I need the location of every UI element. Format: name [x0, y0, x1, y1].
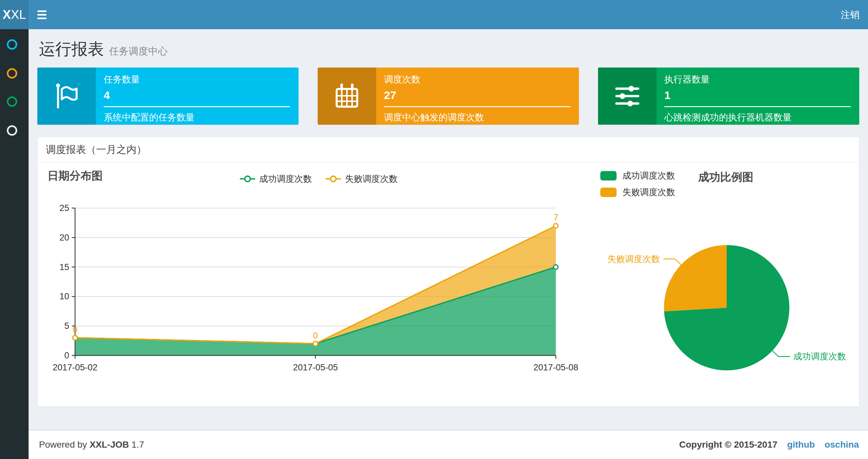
stat-description: 系统中配置的任务数量 — [104, 111, 290, 124]
stat-title: 任务数量 — [104, 73, 290, 86]
page-header: 运行报表任务调度中心 — [39, 38, 167, 60]
sidebar — [0, 29, 29, 459]
svg-text:失败调度次数: 失败调度次数 — [608, 254, 660, 264]
logo-bold-text: X — [3, 8, 11, 22]
logout-link[interactable]: 注销 — [841, 0, 860, 29]
report-panel: 调度报表（一月之内） 日期分布图 成功调度次数 失败调度次数 051015202… — [37, 137, 859, 407]
svg-text:20: 20 — [59, 233, 69, 242]
stat-value: 27 — [384, 89, 570, 102]
xxl-job-dashboard: XXL 注销 运行报表任务调度中心 — [0, 0, 868, 459]
stat-value: 4 — [104, 89, 290, 102]
circle-o-icon — [7, 125, 17, 136]
panel-header: 调度报表（一月之内） — [38, 137, 859, 163]
hamburger-icon — [37, 10, 46, 12]
oschina-link[interactable]: oschina — [825, 439, 859, 450]
svg-text:0: 0 — [64, 351, 69, 360]
stat-title: 调度次数 — [384, 73, 570, 86]
stat-title: 执行器数量 — [664, 73, 851, 86]
page-subtitle: 任务调度中心 — [109, 46, 167, 57]
svg-text:2017-05-02: 2017-05-02 — [53, 363, 97, 372]
page-footer: Powered by XXL-JOB 1.7 Copyright © 2015-… — [29, 430, 868, 459]
stat-description: 心跳检测成功的执行器机器数量 — [664, 111, 851, 124]
circle-o-icon — [7, 39, 17, 50]
success-ratio-pie-chart[interactable]: 成功调度次数失败调度次数 — [600, 163, 860, 406]
page-title: 运行报表 — [39, 40, 104, 58]
sidebar-item-report[interactable] — [0, 39, 29, 60]
sidebar-item-logs[interactable] — [0, 96, 29, 117]
brand-version: 1.7 — [131, 439, 144, 450]
stat-cards-row: 任务数量 4 系统中配置的任务数量 调度次数 — [37, 67, 859, 125]
circle-o-icon — [7, 68, 17, 78]
copyright-text: Copyright © 2015-2017 — [679, 439, 777, 450]
svg-text:0: 0 — [313, 331, 318, 340]
divider — [104, 106, 290, 107]
svg-text:2017-05-08: 2017-05-08 — [533, 363, 578, 372]
svg-text:5: 5 — [64, 321, 69, 331]
panel-body: 日期分布图 成功调度次数 失败调度次数 05101520252017-05-02… — [38, 163, 859, 406]
svg-text:7: 7 — [553, 212, 558, 222]
stat-card-trigger-count: 调度次数 27 调度中心触发的调度次数 — [318, 67, 579, 125]
divider — [384, 106, 570, 107]
svg-text:15: 15 — [59, 262, 69, 272]
stat-description: 调度中心触发的调度次数 — [384, 111, 570, 124]
stat-value: 1 — [664, 89, 851, 102]
brand-name: XXL-JOB — [90, 439, 129, 450]
powered-by-text: Powered by XXL-JOB 1.7 — [39, 439, 144, 450]
svg-text:2017-05-05: 2017-05-05 — [293, 363, 338, 372]
sidebar-item-help[interactable] — [0, 125, 29, 146]
circle-o-icon — [7, 96, 17, 107]
copyright-area: Copyright © 2015-2017 github oschina — [679, 439, 859, 450]
app-logo[interactable]: XXL — [0, 0, 29, 29]
stat-card-executor-count: 执行器数量 1 心跳检测成功的执行器机器数量 — [598, 67, 859, 125]
divider — [664, 106, 851, 107]
github-link[interactable]: github — [787, 439, 815, 450]
date-distribution-area-chart[interactable]: 05101520252017-05-022017-05-052017-05-08… — [38, 163, 587, 406]
sidebar-toggle-button[interactable] — [29, 0, 55, 29]
logo-light-text: XL — [11, 8, 26, 22]
svg-text:25: 25 — [59, 203, 69, 213]
stat-card-job-count: 任务数量 4 系统中配置的任务数量 — [37, 67, 299, 125]
svg-text:0: 0 — [72, 325, 77, 335]
sliders-icon — [598, 67, 656, 125]
svg-text:成功调度次数: 成功调度次数 — [793, 352, 846, 361]
sidebar-item-jobs[interactable] — [0, 68, 29, 89]
top-navbar: XXL 注销 — [0, 0, 868, 29]
calendar-icon — [318, 67, 376, 125]
panel-title: 调度报表（一月之内） — [46, 143, 147, 157]
flag-icon — [37, 67, 96, 125]
svg-text:10: 10 — [59, 292, 69, 301]
